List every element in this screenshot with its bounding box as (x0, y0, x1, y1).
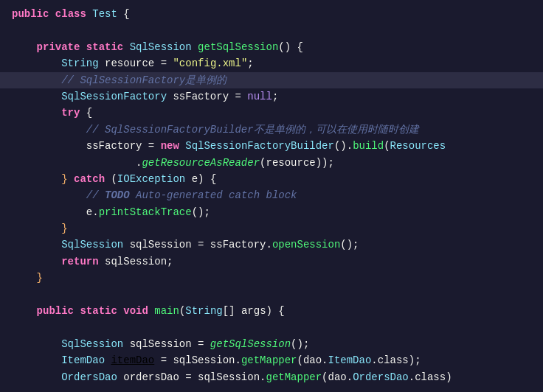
code-line: SqlSession sqlSession = getSqlSession(); (0, 336, 543, 352)
code-line: e.printStackTrace(); (0, 204, 543, 220)
code-line: try { (0, 105, 543, 121)
code-line: // SqlSessionFactory是单例的 (0, 72, 543, 88)
code-line: public static void main(String[] args) { (0, 303, 543, 319)
code-editor: public class Test { private static SqlSe… (0, 0, 543, 392)
code-line: } (0, 270, 543, 286)
code-line: return sqlSession; (0, 253, 543, 270)
code-line: public class Test { (0, 6, 543, 22)
code-line (0, 319, 543, 335)
code-line: ssFactory = new SqlSessionFactoryBuilder… (0, 138, 543, 154)
code-line (0, 287, 543, 303)
code-line: .getResourceAsReader(resource)); (0, 155, 543, 171)
code-line (0, 22, 543, 38)
code-line: OrdersDao ordersDao = sqlSession.getMapp… (0, 369, 543, 385)
code-line: String resource = "config.xml"; (0, 55, 543, 71)
code-line: SqlSession sqlSession = ssFactory.openSe… (0, 237, 543, 253)
code-line: } catch (IOException e) { (0, 171, 543, 187)
code-line: ItemDao itemDao = sqlSession.getMapper(d… (0, 352, 543, 368)
code-line: SqlSessionFactory ssFactory = null; (0, 88, 543, 105)
code-line: private static SqlSession getSqlSession(… (0, 39, 543, 55)
code-line: // TODO Auto-generated catch block (0, 187, 543, 203)
code-line: // SqlSessionFactoryBuilder不是单例的，可以在使用时随… (0, 122, 543, 138)
code-line: } (0, 220, 543, 237)
